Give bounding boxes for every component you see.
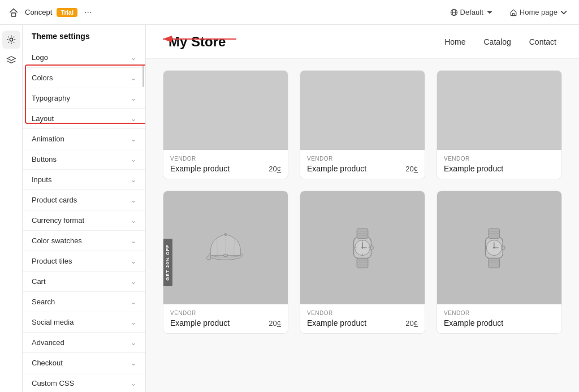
settings-item-social-media[interactable]: Social media ⌄ [23,312,145,333]
top-bar: Concept Trial ··· Default Home page [0,0,579,25]
product-image [437,71,561,150]
product-price: 20¢ [269,165,281,173]
main-content: My Store Home Catalog Contact VENDOR Exa… [146,25,579,392]
svg-rect-23 [357,258,368,268]
product-details: Example product 20¢ [307,164,418,173]
chevron-icon: ⌄ [131,339,136,347]
product-name: Example product [444,164,503,173]
settings-item-currency-format[interactable]: Currency format ⌄ [23,210,145,231]
chevron-icon: ⌄ [131,257,136,265]
settings-item-currency-format-label: Currency format [32,216,84,225]
settings-item-checkout[interactable]: Checkout ⌄ [23,353,145,373]
settings-icon [6,35,16,45]
vendor-label: VENDOR [444,310,555,316]
nav-contact[interactable]: Contact [529,37,556,46]
chevron-icon: ⌄ [131,176,136,184]
settings-item-layout-label: Layout [32,114,54,123]
settings-item-inputs-label: Inputs [32,175,51,184]
sidebar-icons [0,25,23,392]
settings-item-buttons[interactable]: Buttons ⌄ [23,149,145,170]
svg-rect-27 [370,246,373,249]
globe-icon [450,8,458,16]
product-card[interactable]: VENDOR Example product 20¢ [163,70,288,179]
nav-catalog[interactable]: Catalog [483,37,511,46]
store-header: My Store Home Catalog Contact [146,25,579,59]
top-bar-right: Default Home page [446,6,572,19]
product-info: VENDOR Example product 20¢ [300,150,425,179]
product-name: Example product [170,164,230,173]
trial-badge: Trial [57,8,77,17]
sidebar-icon-settings[interactable] [2,31,20,49]
chevron-icon: ⌄ [131,237,136,245]
settings-item-layout[interactable]: Layout ⌄ [23,109,145,129]
store-nav: Home Catalog Contact [444,37,556,46]
product-name: Example product [307,164,366,173]
settings-item-product-tiles[interactable]: Product tiles ⌄ [23,251,145,272]
product-info: VENDOR Example product 20¢ [163,150,288,179]
product-image [163,71,288,150]
product-details: Example product [444,164,555,173]
settings-item-social-media-label: Social media [32,318,74,326]
product-details: Example product 20¢ [307,318,418,328]
product-details: Example product 20¢ [170,164,281,173]
product-card[interactable]: VENDOR Example product [437,70,562,179]
chevron-icon: ⌄ [131,74,136,82]
settings-title: Theme settings [32,32,90,41]
settings-item-advanced[interactable]: Advanced ⌄ [23,333,145,353]
product-info: VENDOR Example product [437,150,561,179]
product-name: Example product [170,318,230,328]
svg-point-18 [362,247,363,248]
product-info: VENDOR Example product 20¢ [300,304,425,333]
svg-rect-9 [224,254,228,256]
product-card-cap[interactable]: GET 20% OFF [163,191,288,334]
settings-item-custom-css[interactable]: Custom CSS ⌄ [23,373,145,392]
main-layout: Theme settings Logo ⌄ Colors ⌄ Typograph… [0,25,579,392]
chevron-icon: ⌄ [131,298,136,306]
chevron-icon: ⌄ [131,318,136,326]
vendor-label: VENDOR [307,310,418,316]
chevron-icon: ⌄ [131,156,136,163]
settings-item-color-swatches-label: Color swatches [32,236,82,245]
settings-item-logo-label: Logo [32,53,48,62]
app-name: Concept [25,8,52,16]
home-page-selector[interactable]: Home page [505,6,572,19]
product-card[interactable]: VENDOR Example product 20¢ [300,70,425,179]
settings-item-search[interactable]: Search ⌄ [23,292,145,312]
store-title: My Store [168,34,226,50]
products-grid: VENDOR Example product 20¢ VENDOR Exampl… [163,70,562,334]
settings-item-typography[interactable]: Typography ⌄ [23,88,145,109]
settings-panel: Theme settings Logo ⌄ Colors ⌄ Typograph… [23,25,146,392]
product-name: Example product [444,318,503,328]
product-card-watch[interactable]: VENDOR Example product 20¢ [300,191,425,334]
sidebar-icon-layers[interactable] [2,51,20,69]
settings-item-typography-label: Typography [32,94,70,102]
vendor-label: VENDOR [170,310,281,316]
more-options-button[interactable]: ··· [82,5,94,20]
settings-item-product-cards[interactable]: Product cards ⌄ [23,190,145,210]
default-selector[interactable]: Default [446,6,498,19]
chevron-icon: ⌄ [131,359,136,367]
settings-item-product-tiles-label: Product tiles [32,257,72,265]
chevron-icon: ⌄ [131,196,136,204]
product-details: Example product 20¢ [170,318,281,328]
product-card-accessory[interactable]: VENDOR Example product [437,191,562,334]
nav-home[interactable]: Home [444,37,465,46]
chevron-icon: ⌄ [131,54,136,62]
layers-icon [6,55,16,65]
settings-item-color-swatches[interactable]: Color swatches ⌄ [23,231,145,251]
settings-item-inputs[interactable]: Inputs ⌄ [23,170,145,190]
chevron-down-icon [486,8,494,16]
settings-item-cart[interactable]: Cart ⌄ [23,272,145,292]
settings-item-search-label: Search [32,298,55,306]
vendor-label: VENDOR [170,156,281,162]
settings-item-logo[interactable]: Logo ⌄ [23,48,145,68]
product-price: 20¢ [405,319,418,328]
home-icon-btn[interactable] [7,6,20,19]
settings-item-animation[interactable]: Animation ⌄ [23,129,145,149]
chevron-icon: ⌄ [131,94,136,102]
products-area: VENDOR Example product 20¢ VENDOR Exampl… [146,59,579,392]
settings-item-colors[interactable]: Colors ⌄ [23,68,145,88]
product-price: 20¢ [405,165,418,173]
svg-rect-36 [489,258,500,268]
settings-item-advanced-label: Advanced [32,338,64,347]
